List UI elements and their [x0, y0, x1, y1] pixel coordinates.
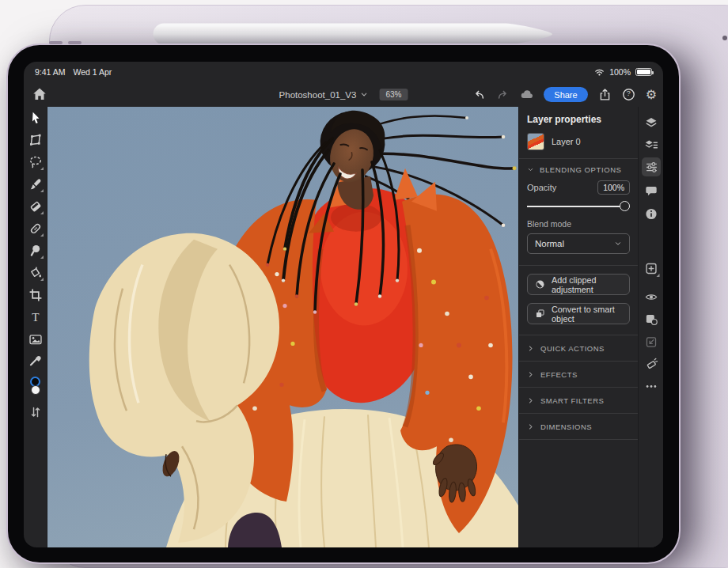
opacity-label: Opacity [527, 183, 556, 192]
document-canvas[interactable] [47, 107, 518, 547]
type-tool[interactable] [28, 310, 43, 324]
more-options-icon[interactable] [644, 380, 658, 393]
rear-mic-dot [722, 36, 727, 40]
blending-options-header[interactable]: BLENDING OPTIONS [519, 159, 638, 180]
background-color-swatch[interactable] [31, 385, 40, 395]
blend-mode-value: Normal [535, 239, 564, 248]
section-smart-filters[interactable]: SMART FILTERS [519, 388, 638, 414]
status-right: 100% [594, 67, 652, 78]
layer-row[interactable]: Layer 0 [524, 131, 633, 152]
crop-tool[interactable] [28, 288, 43, 302]
swap-colors-icon[interactable] [28, 405, 43, 419]
undo-icon[interactable] [472, 88, 486, 101]
tool-options-triangle [656, 274, 659, 277]
clock-date: Wed 1 Apr [74, 67, 112, 77]
move-tool[interactable] [28, 111, 43, 125]
clone-stamp-tool[interactable] [28, 244, 43, 258]
redo-icon[interactable] [496, 88, 510, 101]
button-label: Add clipped adjustment [552, 275, 622, 294]
status-left: 9:41 AM Wed 1 Apr [35, 67, 112, 77]
photo-illustration [47, 107, 518, 547]
document-title-dropdown[interactable]: Photoshoot_01_V3 [279, 90, 369, 100]
add-clipped-adjustment-button[interactable]: Add clipped adjustment [527, 274, 630, 295]
tool-options-triangle [40, 278, 44, 281]
opacity-value[interactable]: 100% [597, 180, 630, 195]
slider-track [527, 206, 630, 207]
chevron-right-icon [527, 397, 534, 404]
fill-tool[interactable] [28, 266, 43, 280]
chevron-right-icon [527, 423, 534, 430]
section-dimensions[interactable]: DIMENSIONS [519, 414, 638, 440]
layer-properties-panel: Layer properties Layer 0 BLENDING OPTION… [518, 107, 638, 547]
status-bar: 9:41 AM Wed 1 Apr 100% [24, 62, 663, 82]
home-icon[interactable] [32, 86, 47, 102]
convert-smart-object-button[interactable]: Convert to smart object [527, 303, 630, 324]
button-label: Convert to smart object [552, 305, 622, 324]
tool-options-triangle [40, 167, 44, 170]
chevron-right-icon [527, 345, 534, 352]
front-ipad-device: 9:41 AM Wed 1 Apr 100% Photoshoot_01_V3 [6, 44, 681, 564]
adjust-sliders-selected[interactable] [642, 157, 661, 176]
volume-down-button [68, 41, 82, 44]
section-effects[interactable]: EFFECTS [519, 362, 638, 388]
transform-tool[interactable] [28, 133, 43, 147]
tool-rail [24, 107, 47, 547]
section-quick-actions[interactable]: QUICK ACTIONS [519, 335, 638, 362]
share-button[interactable]: Share [544, 87, 587, 102]
opacity-row: Opacity 100% [519, 180, 638, 195]
help-icon[interactable]: ? [622, 88, 635, 101]
eyedropper-tool[interactable] [28, 354, 43, 369]
eraser-tool[interactable] [28, 199, 43, 214]
tool-options-triangle [40, 211, 44, 214]
panel-title: Layer properties [527, 114, 630, 125]
battery-icon [635, 68, 652, 76]
chevron-down-icon [527, 166, 534, 173]
settings-gear-icon[interactable]: ⚙ [646, 89, 657, 101]
lasso-select-tool[interactable] [28, 155, 43, 169]
chevron-down-icon [359, 90, 368, 99]
color-swatches [28, 377, 44, 397]
chevron-right-icon [527, 371, 534, 378]
place-image-tool[interactable] [28, 332, 43, 346]
chevron-down-icon [614, 240, 622, 248]
delete-layer-icon[interactable] [644, 358, 658, 371]
layer-properties-icon[interactable] [644, 138, 658, 152]
smart-object-icon [535, 309, 545, 319]
add-layer-icon[interactable] [644, 262, 658, 275]
tool-options-triangle [40, 233, 44, 237]
section-label: QUICK ACTIONS [540, 344, 605, 353]
opacity-slider[interactable] [527, 201, 630, 212]
wifi-icon [594, 67, 605, 78]
battery-percent: 100% [609, 67, 631, 77]
section-label: EFFECTS [540, 370, 578, 379]
brush-tool[interactable] [28, 177, 43, 191]
clip-mask-icon[interactable] [644, 335, 658, 349]
layer-visibility-icon[interactable] [644, 290, 658, 304]
photoshop-app-screen: 9:41 AM Wed 1 Apr 100% Photoshoot_01_V3 [24, 62, 663, 547]
help-glyph: ? [622, 89, 635, 97]
export-icon[interactable] [598, 88, 612, 101]
zoom-level-badge[interactable]: 63% [379, 89, 408, 100]
volume-up-button [49, 41, 63, 44]
right-icon-rail [638, 107, 663, 547]
blend-mode-select[interactable]: Normal [527, 233, 630, 254]
layers-icon[interactable] [644, 116, 658, 130]
blending-options-label: BLENDING OPTIONS [540, 165, 622, 174]
add-mask-icon[interactable] [644, 312, 658, 326]
divider [519, 265, 638, 266]
document-group: Photoshoot_01_V3 63% [279, 82, 408, 107]
clipped-adjustment-icon [535, 279, 545, 290]
slider-knob[interactable] [620, 201, 630, 211]
healing-brush-tool[interactable] [28, 222, 43, 236]
comment-icon[interactable] [644, 184, 658, 198]
cloud-sync-icon[interactable] [520, 88, 533, 101]
clock-time: 9:41 AM [35, 67, 66, 77]
section-label: SMART FILTERS [540, 396, 604, 405]
document-title: Photoshoot_01_V3 [279, 90, 357, 100]
tool-options-triangle [40, 256, 44, 259]
layer-name: Layer 0 [552, 137, 581, 146]
tool-options-triangle [40, 189, 44, 192]
toolbar-actions: Share ? ⚙ [472, 82, 657, 107]
adjust-sliders-icon [645, 161, 658, 174]
info-icon[interactable] [644, 207, 658, 221]
